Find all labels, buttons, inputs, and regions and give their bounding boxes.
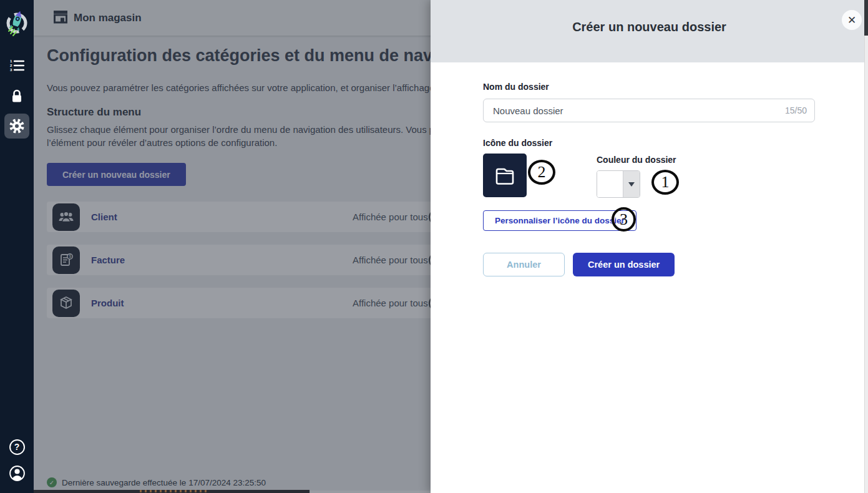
rocket-logo[interactable] [2, 6, 31, 39]
chevron-down-icon [628, 182, 635, 187]
selected-color-swatch [597, 171, 623, 197]
help-icon[interactable]: ? [0, 439, 34, 455]
folder-name-field: 15/50 [483, 99, 815, 122]
create-folder-submit-button[interactable]: Créer un dossier [573, 253, 675, 276]
help-glyph: ? [9, 439, 25, 455]
gear-icon [9, 119, 24, 134]
select-arrow-cell [623, 171, 640, 197]
modal-body: Nom du dossier 15/50 Icône du dossier Co… [431, 62, 868, 493]
close-icon[interactable]: ✕ [842, 10, 862, 30]
folder-color-label: Couleur du dossier [597, 155, 676, 165]
lock-icon[interactable] [0, 87, 34, 105]
create-folder-modal: Créer un nouveau dossier ✕ Nom du dossie… [431, 0, 868, 493]
account-icon[interactable] [0, 465, 34, 481]
svg-text:3: 3 [10, 68, 12, 72]
folder-name-label: Nom du dossier [483, 82, 549, 92]
scrollbar-thumb[interactable] [864, 0, 868, 36]
annotation-2-folder-icon: 2 [528, 160, 555, 185]
app-window: 123 ? [0, 0, 868, 493]
scrollbar-track[interactable] [864, 0, 868, 493]
annotation-3-customize-button: 3 [612, 207, 636, 232]
svg-text:1: 1 [10, 59, 12, 63]
folder-color-select[interactable] [597, 170, 640, 198]
modal-header: Créer un nouveau dossier ✕ [431, 0, 868, 62]
annotation-1-color-picker: 1 [651, 170, 679, 195]
numbered-list-icon[interactable]: 123 [0, 57, 34, 74]
svg-text:2: 2 [10, 64, 12, 67]
modal-title: Créer un nouveau dossier [431, 20, 868, 34]
folder-icon-preview[interactable] [483, 154, 527, 197]
folder-name-input[interactable] [493, 105, 785, 116]
sidebar-item-settings-active[interactable] [4, 114, 29, 139]
folder-icon-label: Icône du dossier [483, 138, 552, 148]
folder-icon [492, 163, 518, 188]
cancel-button[interactable]: Annuler [483, 253, 565, 276]
sidebar: 123 ? [0, 0, 34, 493]
char-counter: 15/50 [785, 105, 807, 115]
